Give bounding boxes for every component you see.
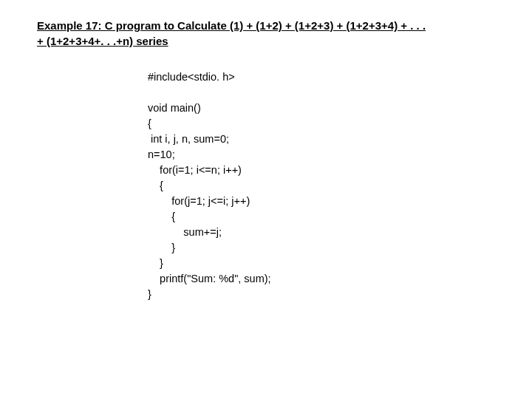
code-listing: #include<stdio. h> void main() { int i, … [148, 69, 495, 302]
heading-line-2: + (1+2+3+4+. . .+n) series [37, 35, 168, 47]
example-heading: Example 17: C program to Calculate (1) +… [37, 18, 495, 49]
heading-line-1: Example 17: C program to Calculate (1) +… [37, 19, 426, 32]
